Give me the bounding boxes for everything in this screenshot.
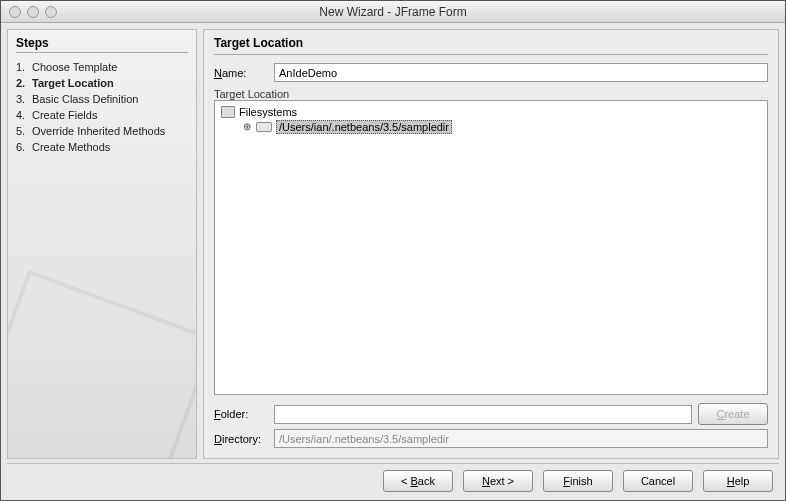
create-button: Create (698, 403, 768, 425)
steps-heading: Steps (16, 36, 188, 50)
close-icon[interactable] (9, 6, 21, 18)
step-item: 6.Create Methods (16, 139, 188, 155)
wizard-button-row: < Back Next > Finish Cancel Help (7, 463, 779, 494)
window-title: New Wizard - JFrame Form (1, 5, 785, 19)
minimize-icon[interactable] (27, 6, 39, 18)
tree-root-label: Filesystems (239, 106, 297, 118)
window-controls (1, 6, 57, 18)
decorative-shape (7, 270, 197, 459)
directory-label: Directory: (214, 433, 268, 445)
name-label: Name: (214, 67, 268, 79)
name-input[interactable] (274, 63, 768, 82)
step-item: 3.Basic Class Definition (16, 91, 188, 107)
expand-toggle-icon[interactable]: ⊕ (241, 122, 252, 133)
step-item: 5.Override Inherited Methods (16, 123, 188, 139)
titlebar[interactable]: New Wizard - JFrame Form (1, 1, 785, 23)
step-item: 1.Choose Template (16, 59, 188, 75)
folder-label: Folder: (214, 408, 268, 420)
tree-node-selected[interactable]: ⊕ /Users/ian/.netbeans/3.5/sampledir (219, 119, 763, 135)
next-button[interactable]: Next > (463, 470, 533, 492)
content-panel: Target Location Name: Target Location Fi… (203, 29, 779, 459)
divider (214, 54, 768, 55)
steps-list: 1.Choose Template 2.Target Location 3.Ba… (16, 59, 188, 155)
zoom-icon[interactable] (45, 6, 57, 18)
content-heading: Target Location (214, 36, 768, 50)
tree-root[interactable]: Filesystems (219, 105, 763, 119)
tree-node-label: /Users/ian/.netbeans/3.5/sampledir (276, 120, 452, 134)
step-item-current: 2.Target Location (16, 75, 188, 91)
directory-input (274, 429, 768, 448)
cancel-button[interactable]: Cancel (623, 470, 693, 492)
directory-row: Directory: (214, 429, 768, 448)
window-body: Steps 1.Choose Template 2.Target Locatio… (1, 23, 785, 500)
step-item: 4.Create Fields (16, 107, 188, 123)
filesystems-icon (221, 106, 235, 118)
finish-button[interactable]: Finish (543, 470, 613, 492)
folder-input[interactable] (274, 405, 692, 424)
wizard-window: New Wizard - JFrame Form Steps 1.Choose … (0, 0, 786, 501)
folder-row: Folder: Create (214, 403, 768, 425)
back-button[interactable]: < Back (383, 470, 453, 492)
filesystem-tree[interactable]: Filesystems ⊕ /Users/ian/.netbeans/3.5/s… (214, 100, 768, 395)
main-row: Steps 1.Choose Template 2.Target Locatio… (7, 29, 779, 459)
divider (16, 52, 188, 53)
help-button[interactable]: Help (703, 470, 773, 492)
bottom-rows: Folder: Create Directory: (214, 403, 768, 452)
drive-icon (256, 122, 272, 132)
steps-panel: Steps 1.Choose Template 2.Target Locatio… (7, 29, 197, 459)
name-row: Name: (214, 63, 768, 82)
target-location-label: Target Location (214, 88, 768, 100)
